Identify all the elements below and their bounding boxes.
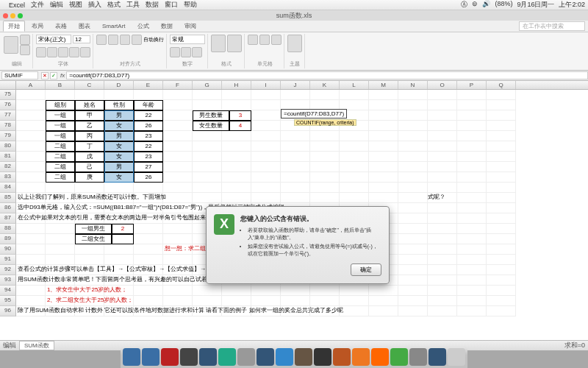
tab-home[interactable]: 开始: [3, 21, 25, 32]
row-95[interactable]: 95: [0, 296, 16, 306]
tab-tables[interactable]: 表格: [50, 21, 72, 32]
dock-app-11[interactable]: [333, 348, 351, 366]
table-cell[interactable]: 戊: [75, 152, 104, 162]
input-icon[interactable]: Ⓐ: [461, 0, 467, 10]
col-M[interactable]: M: [369, 81, 398, 89]
copy-icon[interactable]: [20, 45, 30, 55]
table-cell[interactable]: 二组: [46, 152, 75, 162]
minimize-button[interactable]: [10, 13, 15, 18]
insert-cell-icon[interactable]: [248, 35, 258, 45]
close-button[interactable]: [3, 13, 8, 18]
row-93[interactable]: 93: [0, 275, 16, 286]
table-cell[interactable]: 26: [134, 121, 163, 131]
table-cell[interactable]: 27: [134, 162, 163, 172]
col-O[interactable]: O: [428, 81, 457, 89]
paste-icon[interactable]: [4, 36, 18, 54]
enter-formula-icon[interactable]: ✓: [50, 72, 57, 79]
col-H[interactable]: H: [222, 81, 251, 89]
row-84[interactable]: 84: [0, 183, 16, 193]
font-name-select[interactable]: 宋体(正文): [36, 35, 71, 44]
row-87[interactable]: 87: [0, 213, 16, 224]
row-90[interactable]: 90: [0, 244, 16, 255]
wrap-text-icon[interactable]: [132, 35, 142, 45]
col-P[interactable]: P: [457, 81, 487, 89]
dock-app-9[interactable]: [295, 348, 312, 366]
row-91[interactable]: 91: [0, 255, 16, 265]
comma-icon[interactable]: [192, 47, 202, 57]
formula-input[interactable]: =countif(D77:D83,D77): [66, 71, 588, 79]
cancel-formula-icon[interactable]: ✕: [41, 72, 49, 79]
dock-app-12[interactable]: [352, 348, 370, 366]
col-E[interactable]: E: [134, 81, 163, 89]
table-cell[interactable]: 二组: [46, 172, 75, 183]
tab-review[interactable]: 审阅: [179, 21, 201, 32]
tab-layout[interactable]: 布局: [26, 21, 49, 32]
table-cell[interactable]: 23: [134, 131, 163, 141]
table-cell[interactable]: 22: [134, 141, 163, 152]
ribbon-search[interactable]: 在工作表中搜索: [519, 21, 585, 31]
currency-icon[interactable]: [170, 47, 180, 57]
table-cell[interactable]: 女: [104, 121, 134, 131]
dock-app-14[interactable]: [390, 348, 408, 366]
row-92[interactable]: 92: [0, 265, 16, 275]
dock-app-10[interactable]: [314, 348, 331, 366]
dock-app-8[interactable]: [276, 348, 293, 366]
menu-file[interactable]: 文件: [31, 0, 44, 10]
table-cell[interactable]: 乙: [75, 121, 104, 131]
table-cell[interactable]: 己: [75, 162, 104, 172]
col-Q[interactable]: Q: [487, 81, 516, 89]
table-cell[interactable]: 丁: [75, 141, 104, 152]
table-cell[interactable]: 男: [104, 110, 134, 121]
tab-smartart[interactable]: SmartArt: [97, 21, 131, 31]
row-80[interactable]: 80: [0, 141, 16, 152]
dock-app-15[interactable]: [409, 348, 427, 366]
table-cell[interactable]: 二组: [46, 141, 75, 152]
dock-app-6[interactable]: [237, 348, 255, 366]
dock-app-1[interactable]: [142, 348, 159, 366]
table-cell[interactable]: 女: [104, 141, 134, 152]
row-85[interactable]: 85: [0, 193, 16, 203]
col-J[interactable]: J: [281, 81, 310, 89]
table-cell[interactable]: 二组: [46, 162, 75, 172]
styles-icon[interactable]: [227, 35, 242, 52]
ok-button[interactable]: 确定: [351, 263, 381, 276]
tab-charts[interactable]: 图表: [74, 21, 96, 32]
table-cell[interactable]: 男: [104, 162, 134, 172]
col-G[interactable]: G: [193, 81, 222, 89]
fx-label[interactable]: fx: [59, 72, 66, 79]
menu-format[interactable]: 格式: [107, 0, 121, 10]
dock-app-16[interactable]: [429, 348, 446, 366]
row-76[interactable]: 76: [0, 100, 16, 110]
dock-app-5[interactable]: [218, 348, 236, 366]
col-B[interactable]: B: [46, 81, 75, 89]
dock-app-13[interactable]: [371, 348, 389, 366]
cut-icon[interactable]: [20, 35, 30, 45]
table-cell[interactable]: 一组: [46, 121, 75, 131]
table-cell[interactable]: 23: [134, 152, 163, 162]
row-89[interactable]: 89: [0, 234, 16, 244]
row-86[interactable]: 86: [0, 203, 16, 213]
col-C[interactable]: C: [75, 81, 104, 89]
menu-help[interactable]: 帮助: [184, 0, 197, 10]
row-96[interactable]: 96: [0, 306, 16, 316]
font-color-icon[interactable]: [80, 47, 90, 57]
col-A[interactable]: A: [16, 81, 46, 89]
table-cell[interactable]: 庚: [75, 172, 104, 183]
menu-edit[interactable]: 编辑: [50, 0, 63, 10]
table-cell[interactable]: 丙: [75, 131, 104, 141]
dock-app-7[interactable]: [257, 348, 274, 366]
table-cell[interactable]: 女: [104, 152, 134, 162]
themes-icon[interactable]: [287, 35, 302, 52]
table-cell[interactable]: 男: [104, 131, 134, 141]
zoom-button[interactable]: [18, 13, 23, 18]
table-cell[interactable]: 22: [134, 110, 163, 121]
col-L[interactable]: L: [340, 81, 369, 89]
dock-app-4[interactable]: [199, 348, 217, 366]
menu-tools[interactable]: 工具: [126, 0, 140, 10]
table-cell[interactable]: 甲: [75, 110, 104, 121]
row-82[interactable]: 82: [0, 162, 16, 172]
row-79[interactable]: 79: [0, 131, 16, 141]
underline-icon[interactable]: [58, 47, 68, 57]
menu-window[interactable]: 窗口: [165, 0, 178, 10]
formula-cell-edit[interactable]: =countif(D77:D83,D77): [281, 109, 347, 118]
